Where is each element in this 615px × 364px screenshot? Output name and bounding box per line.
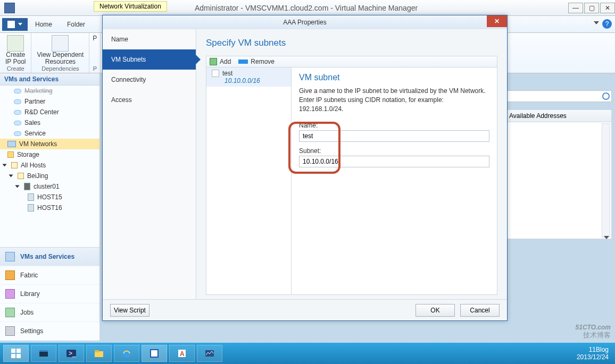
maximize-button[interactable]: ▢ bbox=[584, 3, 599, 13]
nav-label: Sales bbox=[24, 119, 40, 126]
taskbar-clock[interactable]: 11Blog 2013/12/24 bbox=[577, 346, 612, 361]
name-input[interactable] bbox=[299, 130, 489, 142]
dialog-nav-access[interactable]: Access bbox=[103, 90, 196, 110]
wunderbar: VMs and Services Fabric Library Jobs Set… bbox=[0, 247, 99, 341]
name-label: Name: bbox=[299, 122, 489, 129]
nav-label: All Hosts bbox=[21, 162, 46, 169]
nav-cluster01[interactable]: cluster01 bbox=[0, 181, 99, 192]
wunderbar-settings[interactable]: Settings bbox=[0, 322, 99, 341]
expand-icon[interactable] bbox=[15, 185, 20, 188]
wunderbar-label: VMs and Services bbox=[20, 253, 74, 260]
ie-icon bbox=[121, 348, 132, 359]
dialog-nav: Name VM Subnets Connectivity Access bbox=[103, 29, 196, 299]
file-menu-button[interactable] bbox=[2, 18, 28, 31]
dialog-main: Specify VM subnets Add Remove test 10.10… bbox=[196, 29, 507, 299]
start-button[interactable] bbox=[3, 345, 29, 362]
ok-button[interactable]: OK bbox=[415, 304, 455, 317]
view-script-button[interactable]: View Script bbox=[110, 304, 149, 317]
taskbar-vmm[interactable] bbox=[142, 345, 167, 362]
dialog-title: AAA Properties bbox=[283, 19, 326, 26]
cancel-button[interactable]: Cancel bbox=[460, 304, 500, 317]
nav-label: Partner bbox=[24, 98, 45, 105]
dialog-nav-connectivity[interactable]: Connectivity bbox=[103, 70, 196, 90]
detail-description: Give a name to the IP subnet to be virtu… bbox=[299, 87, 489, 113]
ribbon-group-trunc1: P P bbox=[89, 33, 101, 73]
wunderbar-label: Settings bbox=[20, 327, 43, 335]
close-button[interactable]: ✕ bbox=[600, 3, 615, 13]
folder-icon bbox=[18, 173, 24, 179]
taskbar-explorer[interactable] bbox=[86, 345, 112, 362]
cluster-icon bbox=[24, 183, 30, 190]
scrollbar[interactable] bbox=[602, 123, 610, 238]
remove-button[interactable]: Remove bbox=[238, 58, 275, 65]
left-nav-header: VMs and Services bbox=[0, 73, 99, 86]
vm-networks-icon bbox=[7, 141, 16, 147]
create-ip-pool-label: Create IP Pool bbox=[5, 52, 26, 65]
subnet-label: Subnet: bbox=[299, 147, 489, 155]
nav-all-hosts[interactable]: All Hosts bbox=[0, 160, 99, 171]
wunderbar-vms[interactable]: VMs and Services bbox=[0, 248, 99, 266]
taskbar-server-manager[interactable] bbox=[31, 345, 56, 362]
nav-cloud-partner[interactable]: Partner bbox=[0, 96, 99, 107]
svg-text:>_: >_ bbox=[69, 350, 76, 357]
chevron-down-icon[interactable] bbox=[604, 236, 609, 239]
nav-label: BeiJing bbox=[27, 172, 48, 180]
view-dependent-icon[interactable] bbox=[52, 35, 69, 52]
expand-icon[interactable] bbox=[9, 175, 13, 177]
ribbon-group-dependencies: View Dependent Resources Dependencies bbox=[31, 33, 89, 73]
nav-label: HOST15 bbox=[37, 193, 62, 201]
properties-dialog: AAA Properties ✕ Name VM Subnets Connect… bbox=[102, 15, 508, 321]
search-icon[interactable] bbox=[602, 92, 610, 100]
dialog-close-button[interactable]: ✕ bbox=[487, 15, 507, 27]
taskbar-powershell[interactable]: >_ bbox=[59, 345, 84, 362]
dialog-nav-vm-subnets[interactable]: VM Subnets bbox=[103, 49, 196, 70]
tab-home[interactable]: Home bbox=[28, 18, 60, 31]
taskbar: >_ A 11Blog 2013/12/24 bbox=[0, 343, 615, 364]
help-icon[interactable]: ? bbox=[602, 19, 612, 29]
taskbar-monitor[interactable] bbox=[197, 345, 222, 362]
subnet-toolbar: Add Remove bbox=[206, 56, 497, 67]
nav-cloud-sales[interactable]: Sales bbox=[0, 117, 99, 128]
expand-icon[interactable] bbox=[3, 164, 7, 167]
nav-host15[interactable]: HOST15 bbox=[0, 192, 99, 202]
cloud-icon bbox=[14, 121, 21, 125]
nav-beijing[interactable]: BeiJing bbox=[0, 171, 99, 181]
svg-rect-12 bbox=[151, 350, 157, 357]
watermark-line1: 51CTO.com bbox=[576, 324, 611, 331]
list-area bbox=[505, 122, 612, 239]
search-input[interactable] bbox=[505, 90, 612, 102]
taskbar-app-a[interactable]: A bbox=[169, 345, 195, 362]
wunderbar-jobs[interactable]: Jobs bbox=[0, 303, 99, 322]
right-panel: Available Addresses bbox=[505, 90, 612, 239]
subnet-item-name: test bbox=[222, 70, 232, 77]
remove-label: Remove bbox=[251, 58, 275, 65]
nav-storage[interactable]: Storage bbox=[0, 149, 99, 160]
subnet-item-cidr: 10.10.0.0/16 bbox=[212, 77, 286, 84]
add-button[interactable]: Add bbox=[210, 58, 231, 65]
svg-rect-5 bbox=[39, 350, 48, 352]
nav-cloud-marketing[interactable]: Marketing bbox=[0, 86, 99, 96]
tab-folder[interactable]: Folder bbox=[60, 18, 93, 31]
taskbar-ie[interactable] bbox=[114, 345, 139, 362]
subnet-input[interactable] bbox=[299, 156, 489, 167]
ribbon-collapse-icon[interactable] bbox=[594, 21, 599, 24]
jobs-icon bbox=[5, 308, 15, 317]
minimize-button[interactable]: — bbox=[568, 3, 583, 13]
wunderbar-library[interactable]: Library bbox=[0, 285, 99, 303]
nav-cloud-rnd[interactable]: R&D Center bbox=[0, 107, 99, 117]
column-header-available-addresses[interactable]: Available Addresses bbox=[505, 109, 612, 122]
cloud-icon bbox=[14, 110, 21, 115]
nav-host16[interactable]: HOST16 bbox=[0, 202, 99, 213]
nav-cloud-service[interactable]: Service bbox=[0, 128, 99, 139]
dialog-titlebar[interactable]: AAA Properties ✕ bbox=[103, 15, 507, 29]
svg-rect-3 bbox=[16, 354, 21, 358]
wunderbar-fabric[interactable]: Fabric bbox=[0, 266, 99, 285]
wunderbar-label: Fabric bbox=[20, 272, 38, 279]
create-ip-pool-icon[interactable] bbox=[7, 35, 24, 52]
dialog-nav-name[interactable]: Name bbox=[103, 29, 196, 49]
subnet-list-item[interactable]: test 10.10.0.0/16 bbox=[206, 67, 291, 87]
nav-label: Service bbox=[24, 130, 46, 137]
nav-vm-networks[interactable]: VM Networks bbox=[0, 139, 99, 149]
cloud-icon bbox=[14, 89, 21, 94]
wunderbar-label: Jobs bbox=[20, 309, 34, 316]
